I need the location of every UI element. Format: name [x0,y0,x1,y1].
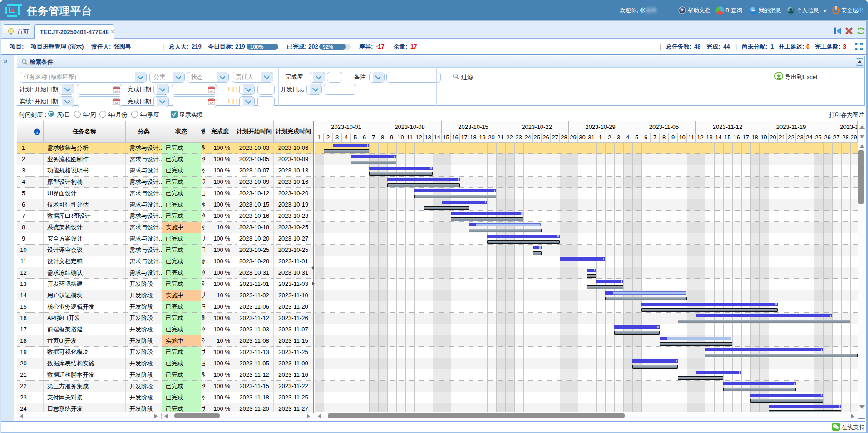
svg-text:?: ? [681,8,684,13]
svg-text:17: 17 [210,89,213,92]
svg-text:17: 17 [115,102,118,104]
svg-text:i: i [36,129,38,135]
svg-text:17: 17 [210,102,213,104]
svg-text:17: 17 [115,89,118,92]
